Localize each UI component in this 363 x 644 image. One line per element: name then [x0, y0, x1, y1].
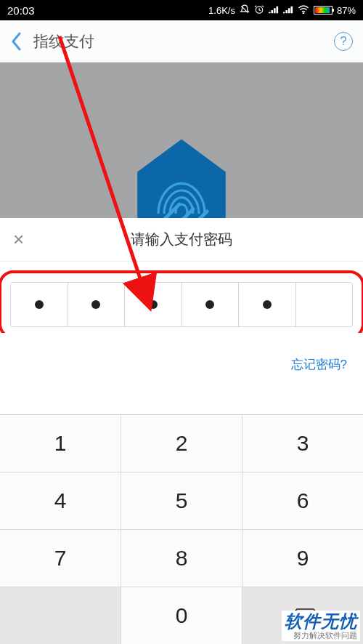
pin-cell: [296, 283, 353, 326]
pin-input[interactable]: [10, 282, 353, 327]
key-5[interactable]: 5: [121, 472, 242, 529]
help-icon[interactable]: ?: [334, 32, 353, 51]
page-title: 指纹支付: [33, 31, 94, 52]
key-9[interactable]: 9: [242, 530, 363, 587]
watermark: 软件无忧 努力解决软件问题: [282, 611, 360, 641]
pin-cell: [125, 283, 182, 326]
key-8[interactable]: 8: [121, 530, 242, 587]
pin-cell: [68, 283, 126, 326]
app-header: 指纹支付 ?: [0, 20, 363, 63]
dnd-icon: [240, 4, 250, 17]
password-sheet: × 请输入支付密码 忘记密码? 1 2 3 4 5 6 7 8 9: [0, 218, 363, 644]
status-bar: 20:03 1.6K/s 87%: [0, 0, 363, 20]
watermark-title: 软件无忧: [285, 612, 357, 631]
wifi-icon: [298, 5, 309, 16]
status-speed: 1.6K/s: [208, 5, 235, 16]
alarm-icon: [254, 4, 264, 17]
status-time: 20:03: [7, 4, 35, 17]
pin-cell: [182, 283, 240, 326]
key-blank: [0, 587, 121, 644]
key-4[interactable]: 4: [0, 472, 121, 529]
pin-cell: [239, 283, 296, 326]
svg-point-1: [303, 12, 303, 13]
key-3[interactable]: 3: [242, 415, 363, 472]
key-7[interactable]: 7: [0, 530, 121, 587]
key-1[interactable]: 1: [0, 415, 121, 472]
battery-icon: [314, 6, 333, 15]
sheet-title: 请输入支付密码: [13, 230, 350, 249]
signal-icon-2: [283, 5, 293, 16]
key-0[interactable]: 0: [121, 587, 242, 644]
watermark-subtitle: 努力解决软件问题: [285, 631, 357, 640]
battery-percent: 87%: [337, 5, 356, 16]
key-2[interactable]: 2: [121, 415, 242, 472]
pin-cell: [11, 283, 68, 326]
signal-icon-1: [269, 5, 279, 16]
back-icon[interactable]: [10, 31, 23, 52]
forgot-password-link[interactable]: 忘记密码?: [0, 333, 363, 373]
key-6[interactable]: 6: [242, 472, 363, 529]
